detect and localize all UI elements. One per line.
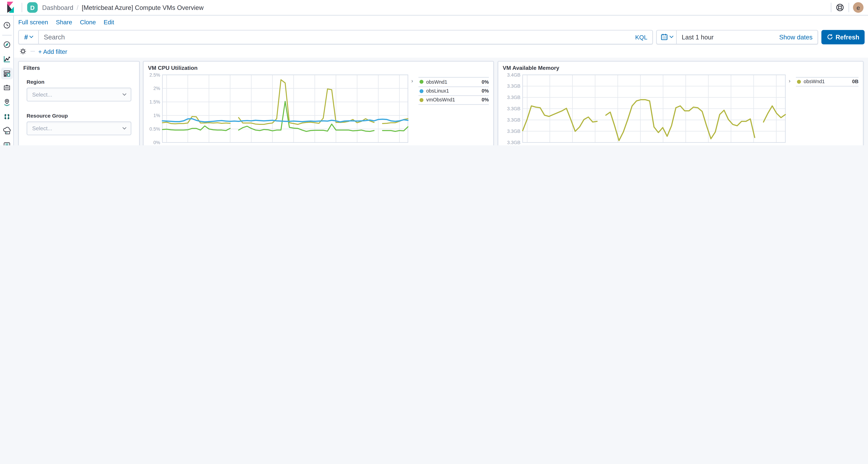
query-bar: # Search KQL Last 1 hour Show dates xyxy=(14,29,868,45)
svg-text:15:25: 15:25 xyxy=(288,144,300,145)
sidebar-item-discover[interactable] xyxy=(1,39,12,50)
header-divider xyxy=(831,3,831,12)
breadcrumb-page-title: [Metricbeat Azure] Compute VMs Overview xyxy=(82,4,204,11)
svg-text:15:40: 15:40 xyxy=(351,144,363,145)
hash-icon: # xyxy=(24,33,28,41)
dashboard-icon xyxy=(2,69,11,78)
series-name: obsLinux1 xyxy=(426,88,449,94)
svg-text:14:55: 14:55 xyxy=(521,144,533,145)
sidebar-nav xyxy=(0,16,14,145)
svg-text:15:30: 15:30 xyxy=(309,144,321,145)
breadcrumb-separator: / xyxy=(76,4,78,11)
refresh-icon xyxy=(827,34,833,40)
filter-settings-gear-icon[interactable] xyxy=(19,47,27,55)
series-color-dot xyxy=(420,89,424,93)
sidebar-item-recently-viewed[interactable] xyxy=(1,20,12,31)
svg-text:3.3GB: 3.3GB xyxy=(507,83,521,89)
chevron-down-icon xyxy=(122,92,126,96)
legend-item-obsWnd1[interactable]: obsWnd10B xyxy=(796,77,859,86)
time-range-value[interactable]: Last 1 hour xyxy=(677,33,779,40)
header-divider xyxy=(848,3,849,12)
svg-text:15:00: 15:00 xyxy=(544,144,556,145)
cloud-server-icon xyxy=(2,127,11,135)
vm-available-memory-chart: 3.3GB3.3GB3.3GB3.3GB3.3GB3.3GB3.4GB14:55… xyxy=(503,71,789,145)
full-screen-button[interactable]: Full screen xyxy=(18,19,48,26)
legend-item-vmObsWnd1[interactable]: vmObsWnd10% xyxy=(418,95,489,104)
vm-available-memory-panel: VM Available Memory 3.3GB3.3GB3.3GB3.3GB… xyxy=(498,61,864,145)
resource-group-filter-select[interactable]: Select... xyxy=(27,121,131,135)
svg-text:1.5%: 1.5% xyxy=(150,99,160,104)
sidebar-item-logs[interactable] xyxy=(1,140,12,145)
svg-text:15:35: 15:35 xyxy=(702,144,714,145)
maps-icon xyxy=(2,98,11,106)
svg-text:15:05: 15:05 xyxy=(567,144,579,145)
edit-button[interactable]: Edit xyxy=(104,19,114,26)
svg-text:15:15: 15:15 xyxy=(245,144,257,145)
chart-legend: ›obsWnd10B xyxy=(789,77,859,145)
svg-text:2%: 2% xyxy=(153,86,160,91)
dashboard-grid: Filters Region Select... Resource Group … xyxy=(14,58,868,145)
kibana-logo[interactable] xyxy=(7,2,14,13)
vm-cpu-utilization-chart: 0%0.5%1%1.5%2%2.5%14:5515:0015:0515:1015… xyxy=(148,71,411,145)
refresh-button[interactable]: Refresh xyxy=(821,30,865,44)
space-avatar[interactable]: D xyxy=(27,2,38,13)
filter-bar: + Add filter xyxy=(14,45,868,58)
add-filter-button[interactable]: + Add filter xyxy=(38,48,67,55)
vm-cpu-utilization-panel: VM CPU Utilization 0%0.5%1%1.5%2%2.5%14:… xyxy=(143,61,494,145)
series-name: obsWnd1 xyxy=(426,79,447,85)
svg-text:15:45: 15:45 xyxy=(372,144,384,145)
sidebar-item-infrastructure[interactable] xyxy=(1,125,12,137)
resource-group-filter-label: Resource Group xyxy=(27,113,131,119)
header-divider xyxy=(22,3,22,12)
svg-text:3.4GB: 3.4GB xyxy=(507,72,521,78)
user-avatar[interactable]: e xyxy=(853,2,864,13)
sidebar-item-machine-learning[interactable] xyxy=(1,111,12,123)
series-last-value: 0% xyxy=(482,79,489,85)
region-filter-select[interactable]: Select... xyxy=(27,88,131,101)
legend-expand-icon[interactable]: › xyxy=(789,77,796,145)
show-dates-button[interactable]: Show dates xyxy=(779,33,817,40)
kql-toggle[interactable]: KQL xyxy=(635,33,652,40)
series-color-dot xyxy=(420,98,424,102)
svg-text:2.5%: 2.5% xyxy=(150,72,160,78)
series-last-value: 0% xyxy=(482,88,489,94)
chevron-down-icon xyxy=(122,126,126,129)
chart-legend: ›obsWnd10%obsLinux10%vmObsWnd10% xyxy=(411,77,489,145)
svg-text:15:50: 15:50 xyxy=(770,144,782,145)
filter-divider xyxy=(31,51,35,52)
breadcrumb-dashboard[interactable]: Dashboard xyxy=(42,4,73,11)
svg-text:1%: 1% xyxy=(153,113,160,118)
legend-item-obsLinux1[interactable]: obsLinux10% xyxy=(418,86,489,95)
legend-expand-icon[interactable]: › xyxy=(411,77,418,145)
saved-query-menu-button[interactable]: # xyxy=(19,30,39,43)
share-button[interactable]: Share xyxy=(56,19,72,26)
filters-panel: Filters Region Select... Resource Group … xyxy=(18,61,140,145)
svg-text:15:25: 15:25 xyxy=(657,144,669,145)
region-filter-label: Region xyxy=(27,79,131,85)
svg-text:15:35: 15:35 xyxy=(330,144,342,145)
kibana-app: D Dashboard / [Metricbeat Azure] Compute… xyxy=(0,0,868,145)
chevron-down-icon xyxy=(669,34,673,38)
canvas-icon xyxy=(2,84,11,92)
series-color-dot xyxy=(420,80,424,84)
clone-button[interactable]: Clone xyxy=(80,19,96,26)
sidebar-item-canvas[interactable] xyxy=(1,82,12,94)
help-icon[interactable] xyxy=(835,3,844,12)
sidebar-item-dashboard[interactable] xyxy=(1,67,12,79)
top-header: D Dashboard / [Metricbeat Azure] Compute… xyxy=(0,0,868,16)
series-name: vmObsWnd1 xyxy=(426,97,455,103)
svg-text:0%: 0% xyxy=(153,140,160,145)
date-picker: Last 1 hour Show dates xyxy=(656,30,818,44)
search-input[interactable]: Search xyxy=(39,33,635,41)
svg-text:15:50: 15:50 xyxy=(394,144,405,145)
sidebar-item-maps[interactable] xyxy=(1,97,12,108)
series-name: obsWnd1 xyxy=(804,79,825,84)
calendar-menu-button[interactable] xyxy=(657,30,677,43)
chevron-down-icon xyxy=(30,34,33,38)
panel-title: VM Available Memory xyxy=(503,65,859,71)
legend-item-obsWnd1[interactable]: obsWnd10% xyxy=(418,77,489,86)
sidebar-item-visualize[interactable] xyxy=(1,53,12,65)
svg-text:15:10: 15:10 xyxy=(224,144,236,145)
svg-text:14:55: 14:55 xyxy=(161,144,173,145)
compass-icon xyxy=(2,40,11,49)
